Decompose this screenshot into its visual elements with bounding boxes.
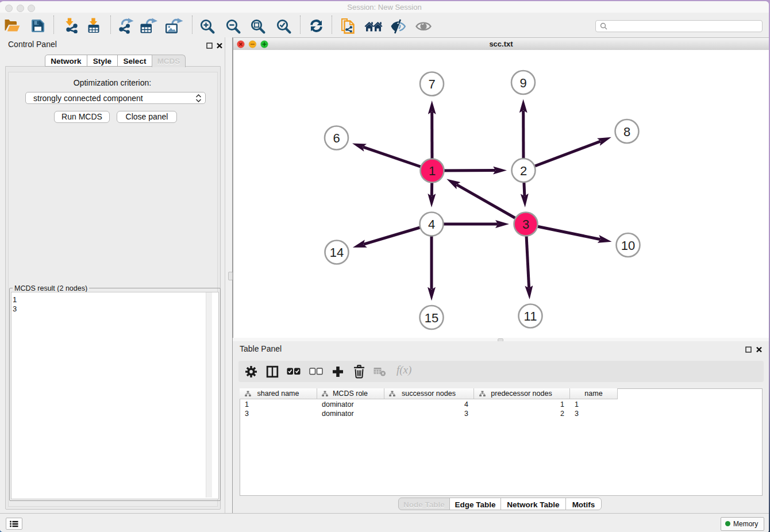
svg-text:4: 4: [428, 217, 435, 232]
svg-text:11: 11: [524, 309, 537, 323]
svg-text:6: 6: [333, 131, 340, 145]
svg-text:3: 3: [522, 217, 529, 232]
svg-text:7: 7: [428, 77, 435, 91]
svg-text:14: 14: [330, 245, 344, 260]
svg-text:1: 1: [429, 164, 436, 178]
svg-text:2: 2: [520, 164, 527, 178]
svg-text:15: 15: [425, 311, 438, 325]
svg-text:9: 9: [519, 76, 526, 90]
svg-text:10: 10: [621, 238, 635, 253]
svg-text:8: 8: [623, 125, 630, 139]
